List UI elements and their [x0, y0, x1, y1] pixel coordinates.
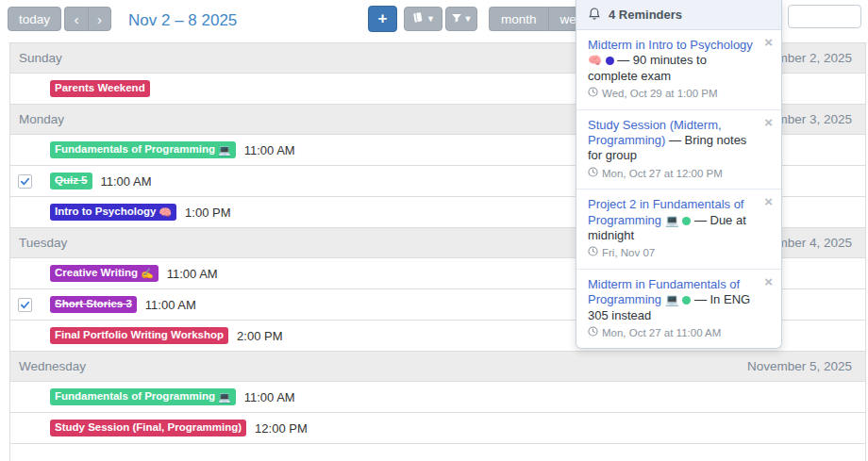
- clock-icon: [588, 87, 598, 100]
- event-badge[interactable]: Parents Weekend: [50, 80, 150, 96]
- event-emoji-icon: ✍️: [141, 268, 154, 280]
- reminders-panel: 4 Reminders × Midterm in Intro to Psycho…: [576, 0, 782, 349]
- day-name: Monday: [19, 112, 64, 126]
- event-complete-checkbox[interactable]: [18, 298, 32, 312]
- reminder-emoji-icon: 💻: [665, 293, 679, 306]
- event-badge[interactable]: Intro to Psychology 🧠: [50, 204, 176, 220]
- event-time: 1:00 PM: [185, 206, 230, 220]
- reminder-item: × Study Session (Midterm, Programming) —…: [576, 109, 781, 189]
- close-icon[interactable]: ×: [764, 194, 773, 208]
- event-time: 11:00 AM: [145, 298, 196, 312]
- event-row[interactable]: Fundamentals of Programming 💻 11:00 AM: [10, 382, 865, 413]
- event-title: Study Session (Final, Programming): [55, 421, 242, 434]
- close-icon[interactable]: ×: [764, 115, 773, 129]
- reminder-time-text: Wed, Oct 29 at 1:00 PM: [602, 87, 718, 100]
- reminder-emoji-icon: 🧠: [588, 54, 602, 67]
- event-time: 12:00 PM: [255, 421, 308, 436]
- clock-icon: [588, 246, 598, 259]
- today-button[interactable]: today: [8, 7, 61, 31]
- event-badge[interactable]: Quiz 5: [50, 173, 92, 189]
- reminder-item: × Project 2 in Fundamentals of Programmi…: [576, 189, 781, 269]
- reminders-list: × Midterm in Intro to Psychology 🧠 — 90 …: [576, 30, 781, 348]
- courses-dropdown-button[interactable]: ▼: [404, 7, 442, 31]
- clock-icon: [588, 326, 598, 339]
- reminder-time-text: Mon, Oct 27 at 11:00 AM: [602, 326, 721, 339]
- reminder-link[interactable]: Midterm in Intro to Psychology: [588, 38, 753, 52]
- prev-button[interactable]: ‹: [64, 7, 88, 31]
- chevron-down-icon: ▼: [464, 15, 473, 24]
- close-icon[interactable]: ×: [764, 35, 773, 49]
- event-emoji-icon: 💻: [218, 391, 231, 403]
- reminder-time-text: Fri, Nov 07: [602, 246, 655, 259]
- event-badge[interactable]: Final Portfolio Writing Workshop: [50, 327, 228, 343]
- reminders-header: 4 Reminders: [576, 0, 781, 30]
- event-time: 11:00 AM: [101, 174, 152, 189]
- reminder-item: × Midterm in Fundamentals of Programming…: [576, 269, 781, 349]
- book-icon: [411, 11, 424, 26]
- reminder-time: Mon, Oct 27 at 11:00 AM: [588, 326, 757, 339]
- day-header-row: Wednesday November 5, 2025: [10, 352, 865, 382]
- reminder-text: Project 2 in Fundamentals of Programming…: [588, 197, 757, 243]
- chevron-down-icon: ▼: [426, 15, 435, 24]
- day-name: Tuesday: [19, 236, 67, 250]
- event-title: Intro to Psychology: [55, 206, 156, 218]
- event-badge[interactable]: Creative Writing ✍️: [50, 265, 159, 281]
- reminder-text: Midterm in Fundamentals of Programming 💻…: [588, 277, 757, 323]
- event-title: Fundamentals of Programming: [55, 143, 215, 156]
- event-row[interactable]: Study Session (Final, Programming) 12:00…: [10, 413, 865, 444]
- event-title: Parents Weekend: [55, 82, 145, 94]
- add-event-button[interactable]: +: [368, 6, 397, 32]
- filter-dropdown-button[interactable]: ▼: [445, 7, 477, 31]
- day-name: Sunday: [19, 51, 62, 65]
- day-name: Wednesday: [19, 359, 86, 373]
- event-time: 11:00 AM: [167, 267, 218, 281]
- reminder-time: Mon, Oct 27 at 12:00 PM: [588, 167, 757, 180]
- reminder-text: Study Session (Midterm, Programming) — B…: [588, 118, 757, 164]
- reminder-time: Fri, Nov 07: [588, 246, 757, 259]
- reminders-count-label: 4 Reminders: [609, 8, 682, 22]
- reminder-time: Wed, Oct 29 at 1:00 PM: [588, 87, 757, 100]
- event-emoji-icon: 💻: [218, 144, 231, 156]
- reminder-text: Midterm in Intro to Psychology 🧠 — 90 mi…: [588, 38, 757, 84]
- event-emoji-icon: 🧠: [159, 206, 172, 219]
- filter-icon: [451, 12, 462, 26]
- nav-button-group: ‹ ›: [64, 7, 111, 31]
- event-badge[interactable]: Fundamentals of Programming 💻: [50, 141, 236, 157]
- search-input[interactable]: [788, 5, 861, 28]
- close-icon[interactable]: ×: [764, 274, 773, 288]
- event-title: Final Portfolio Writing Workshop: [55, 329, 224, 341]
- day-date: November 5, 2025: [747, 359, 852, 373]
- course-color-dot: [682, 217, 691, 225]
- clock-icon: [588, 167, 598, 180]
- view-title: Nov 2 – 8 2025: [128, 11, 237, 30]
- event-time: 11:00 AM: [244, 390, 295, 404]
- event-title: Fundamentals of Programming: [55, 390, 215, 403]
- event-title: Quiz 5: [55, 174, 88, 187]
- reminder-time-text: Mon, Oct 27 at 12:00 PM: [602, 167, 723, 180]
- event-badge[interactable]: Study Session (Final, Programming): [50, 420, 246, 436]
- event-title: Short Stories 3: [55, 298, 132, 310]
- calendar-app: { "toolbar": { "today_label": "today", "…: [0, 0, 868, 461]
- month-view-button[interactable]: month: [489, 7, 548, 31]
- event-title: Creative Writing: [55, 267, 138, 279]
- reminder-emoji-icon: 💻: [665, 214, 679, 227]
- next-button[interactable]: ›: [88, 7, 111, 31]
- event-badge[interactable]: Fundamentals of Programming 💻: [50, 388, 236, 404]
- event-time: 11:00 AM: [244, 143, 295, 157]
- reminder-item: × Midterm in Intro to Psychology 🧠 — 90 …: [576, 30, 781, 109]
- event-complete-checkbox[interactable]: [18, 174, 32, 189]
- course-color-dot: [606, 57, 614, 65]
- event-time: 2:00 PM: [237, 329, 282, 343]
- bell-icon: [588, 7, 601, 24]
- course-color-dot: [682, 296, 691, 305]
- event-badge[interactable]: Short Stories 3: [50, 296, 137, 312]
